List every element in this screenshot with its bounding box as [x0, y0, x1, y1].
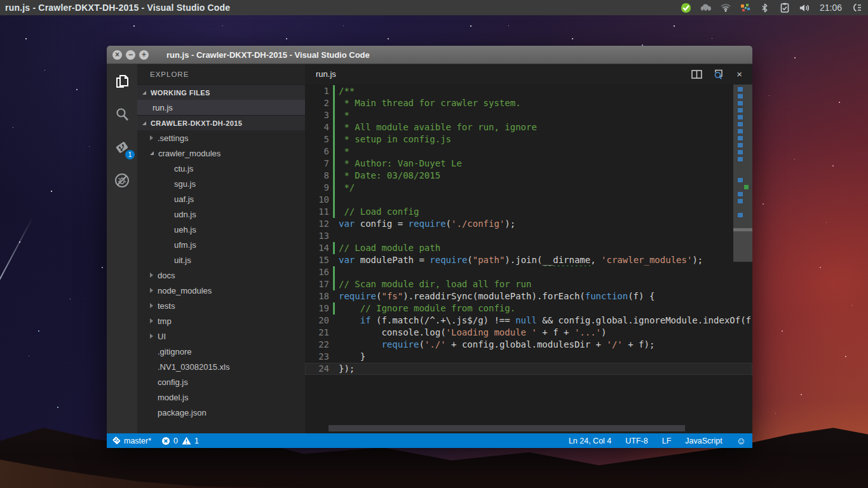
tree-item-model-js[interactable]: model.js	[137, 390, 305, 405]
working-file-runjs[interactable]: run.js	[137, 100, 305, 115]
tree-item-uaf-js[interactable]: uaf.js	[137, 191, 305, 207]
skype-status-icon[interactable]	[681, 2, 692, 13]
language-indicator[interactable]: JavaScript	[685, 437, 722, 445]
code-line-17[interactable]: 17// Scan module dir, load all for run	[305, 278, 752, 290]
tree-item-node-modules[interactable]: node_modules	[137, 283, 305, 298]
ruler-change-mark	[738, 150, 743, 154]
cloud-icon[interactable]	[700, 2, 712, 13]
line-number: 19	[305, 302, 329, 315]
chevron-collapsed-icon	[150, 288, 153, 293]
modified-line-indicator	[333, 230, 335, 242]
code-line-6[interactable]: 6 *	[305, 146, 752, 158]
wifi-icon[interactable]	[720, 2, 731, 13]
debug-disabled-icon[interactable]	[114, 172, 130, 189]
encoding-indicator[interactable]: UTF-8	[625, 437, 648, 445]
network-places-icon[interactable]	[740, 2, 751, 13]
modified-line-indicator	[333, 206, 335, 218]
line-number: 5	[305, 133, 329, 146]
scrollbar-slider[interactable]	[733, 85, 752, 228]
code-line-19[interactable]: 19 // Ignore module from config.	[305, 302, 752, 315]
tree-item-uit-js[interactable]: uit.js	[137, 252, 305, 268]
minimize-button[interactable]: −	[126, 50, 135, 60]
code-line-4[interactable]: 4 * All module avaible for run, ignore	[305, 121, 752, 133]
close-icon[interactable]: ×	[736, 69, 742, 79]
tree-item-tmp[interactable]: tmp	[137, 313, 305, 329]
modified-line-indicator	[333, 194, 335, 206]
code-line-7[interactable]: 7 * Author: Van-Duyet Le	[305, 158, 752, 170]
tree-item-package-json[interactable]: package.json	[137, 405, 305, 420]
window-titlebar[interactable]: × − + run.js - Crawler-DKXT-DH-2015 - Vi…	[107, 46, 752, 64]
close-button[interactable]: ×	[112, 50, 122, 60]
open-preview-icon[interactable]	[714, 69, 725, 79]
code-line-18[interactable]: 18require("fs").readdirSync(modulePath).…	[305, 290, 752, 302]
code-line-23[interactable]: 23 }	[305, 351, 752, 363]
tree-item-ufm-js[interactable]: ufm.js	[137, 237, 305, 252]
clock[interactable]: 21:06	[820, 3, 842, 13]
bluetooth-icon[interactable]	[759, 2, 771, 13]
line-number: 24	[305, 363, 329, 375]
modified-line-indicator	[333, 302, 335, 315]
code-line-24[interactable]: 24});	[305, 363, 752, 375]
tree-item-config-js[interactable]: config.js	[137, 374, 305, 390]
git-branch-indicator[interactable]: master*	[112, 436, 151, 445]
git-icon[interactable]: 1	[114, 139, 130, 156]
tree-item--gitignore[interactable]: .gitignore	[137, 344, 305, 359]
tree-item-ctu-js[interactable]: ctu.js	[137, 161, 305, 176]
code-line-12[interactable]: 12var config = require('./config');	[305, 218, 752, 230]
split-editor-icon[interactable]	[691, 70, 702, 79]
cursor-position[interactable]: Ln 24, Col 4	[569, 437, 611, 445]
code-line-14[interactable]: 14// Load module path	[305, 242, 752, 254]
modified-line-indicator	[333, 97, 335, 109]
code-line-22[interactable]: 22 require('./' + config.global.modulesD…	[305, 339, 752, 351]
code-line-13[interactable]: 13	[305, 230, 752, 242]
volume-icon[interactable]	[799, 2, 810, 13]
tree-item-docs[interactable]: docs	[137, 268, 305, 283]
tree-item-tests[interactable]: tests	[137, 298, 305, 313]
tree-item-ueh-js[interactable]: ueh.js	[137, 222, 305, 237]
code-line-9[interactable]: 9 */	[305, 182, 752, 194]
code-line-15[interactable]: 15var modulePath = require("path").join(…	[305, 254, 752, 266]
code-line-20[interactable]: 20 if (f.match(/^.+\.js$/g) !== null && …	[305, 315, 752, 327]
line-number: 23	[305, 351, 329, 363]
git-badge: 1	[125, 150, 135, 159]
tab-runjs[interactable]: run.js	[316, 69, 336, 79]
working-files-header[interactable]: WORKING FILES	[137, 85, 305, 100]
tree-item--settings[interactable]: .settings	[137, 130, 305, 146]
project-header[interactable]: CRAWLER-DKXT-DH-2015	[137, 115, 305, 130]
tree-item-crawler-modules[interactable]: crawler_modules	[137, 146, 305, 161]
horizontal-scrollbar[interactable]	[329, 425, 685, 431]
line-number: 22	[305, 339, 329, 351]
status-bar: master* 0 1 Ln 24, Col 4 UTF-8 LF JavaSc…	[107, 433, 752, 448]
clipboard-icon[interactable]	[779, 2, 790, 13]
code-line-11[interactable]: 11 // Load config	[305, 206, 752, 218]
session-power-icon[interactable]	[851, 2, 863, 13]
code-line-1[interactable]: 1/**	[305, 85, 752, 97]
code-line-5[interactable]: 5 * setup in config.js	[305, 133, 752, 146]
code-line-10[interactable]: 10	[305, 194, 752, 206]
chevron-collapsed-icon	[150, 334, 153, 339]
eol-indicator[interactable]: LF	[662, 437, 672, 445]
tree-item-udn-js[interactable]: udn.js	[137, 207, 305, 222]
code-line-8[interactable]: 8 * Date: 03/08/2015	[305, 170, 752, 182]
warning-indicator[interactable]: 1	[182, 437, 199, 445]
line-number: 17	[305, 278, 329, 290]
code-line-21[interactable]: 21 console.log('Loading module ' + f + '…	[305, 327, 752, 339]
feedback-smiley-icon[interactable]: ☺	[736, 436, 746, 445]
tree-item-sgu-js[interactable]: sgu.js	[137, 176, 305, 191]
modified-line-indicator	[333, 363, 335, 375]
overview-ruler[interactable]	[733, 85, 752, 433]
code-line-16[interactable]: 16	[305, 266, 752, 278]
search-icon[interactable]	[114, 106, 130, 123]
modified-line-indicator	[333, 109, 335, 121]
line-number: 2	[305, 97, 329, 109]
error-indicator[interactable]: 0	[161, 437, 178, 445]
code-line-3[interactable]: 3 *	[305, 109, 752, 121]
code-line-2[interactable]: 2 * Main thread for crawler system.	[305, 97, 752, 109]
explorer-icon[interactable]	[114, 73, 130, 90]
maximize-button[interactable]: +	[139, 50, 149, 60]
chevron-collapsed-icon	[150, 273, 153, 278]
code-area[interactable]: 1/**2 * Main thread for crawler system.3…	[305, 84, 752, 433]
tree-item-ui[interactable]: UI	[137, 329, 305, 344]
tree-item--nv1-03082015-xls[interactable]: .NV1_03082015.xls	[137, 359, 305, 374]
ruler-change-mark	[738, 143, 743, 147]
